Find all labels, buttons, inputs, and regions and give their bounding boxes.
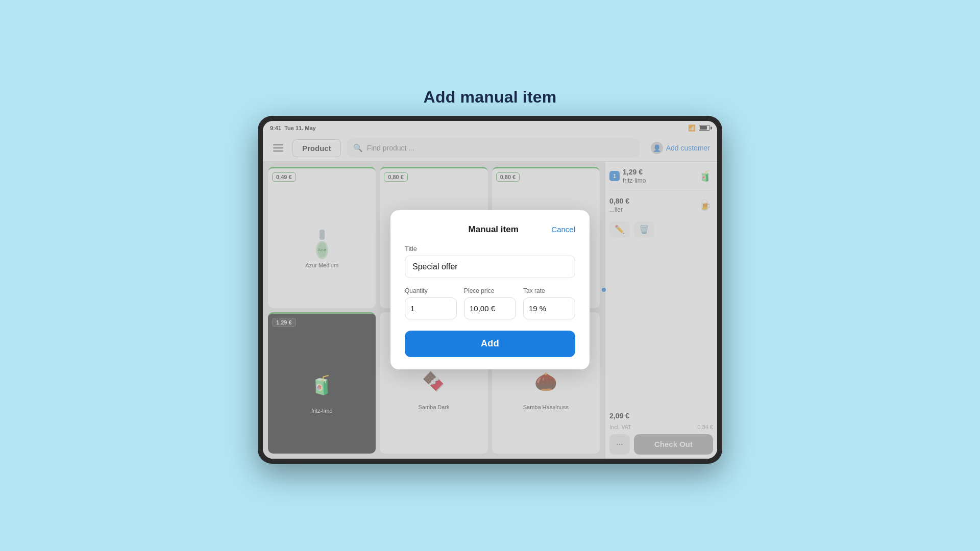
manual-item-modal: Manual item Cancel Title Quantity Piece … [390,210,590,369]
modal-overlay: Manual item Cancel Title Quantity Piece … [263,121,717,459]
modal-header: Manual item Cancel [405,224,575,235]
tablet-screen: 9:41 Tue 11. May 📶 Product 🔍 👤 Add cust [263,121,717,459]
add-button[interactable]: Add [405,331,575,357]
quantity-label: Quantity [405,287,457,294]
tax-rate-input[interactable] [523,297,575,319]
modal-title: Manual item [435,224,551,235]
title-field-label: Title [405,245,575,253]
quantity-col: Quantity [405,287,457,319]
quantity-input[interactable] [405,297,457,319]
page-title: Add manual item [424,88,557,107]
piece-price-col: Piece price [464,287,516,319]
piece-price-label: Piece price [464,287,516,294]
cancel-button[interactable]: Cancel [551,225,575,234]
title-input[interactable] [405,256,575,278]
piece-price-input[interactable] [464,297,516,319]
tablet-frame: 9:41 Tue 11. May 📶 Product 🔍 👤 Add cust [258,116,722,464]
modal-fields-row: Quantity Piece price Tax rate [405,287,575,319]
tax-rate-col: Tax rate [523,287,575,319]
tax-rate-label: Tax rate [523,287,575,294]
